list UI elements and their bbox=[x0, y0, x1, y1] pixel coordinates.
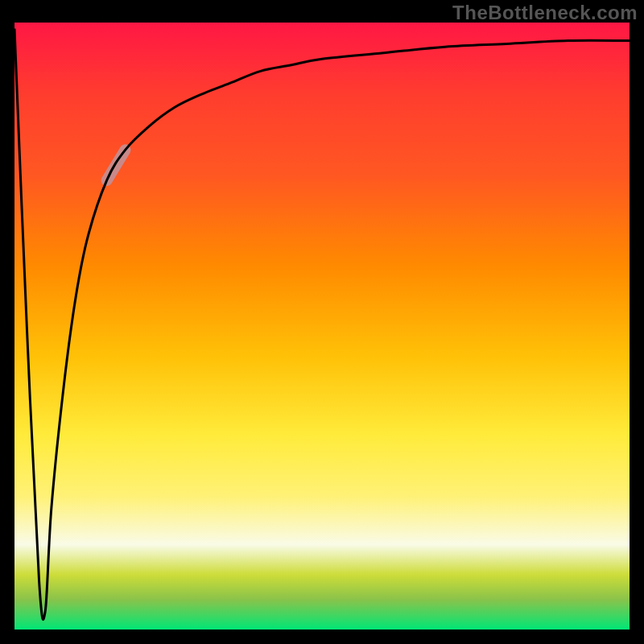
bottleneck-curve bbox=[14, 29, 630, 620]
chart-frame: TheBottleneck.com bbox=[0, 0, 644, 644]
plot-area bbox=[14, 23, 630, 630]
curve-svg bbox=[14, 23, 630, 630]
watermark-text: TheBottleneck.com bbox=[452, 2, 638, 24]
curve-highlight bbox=[107, 150, 126, 180]
